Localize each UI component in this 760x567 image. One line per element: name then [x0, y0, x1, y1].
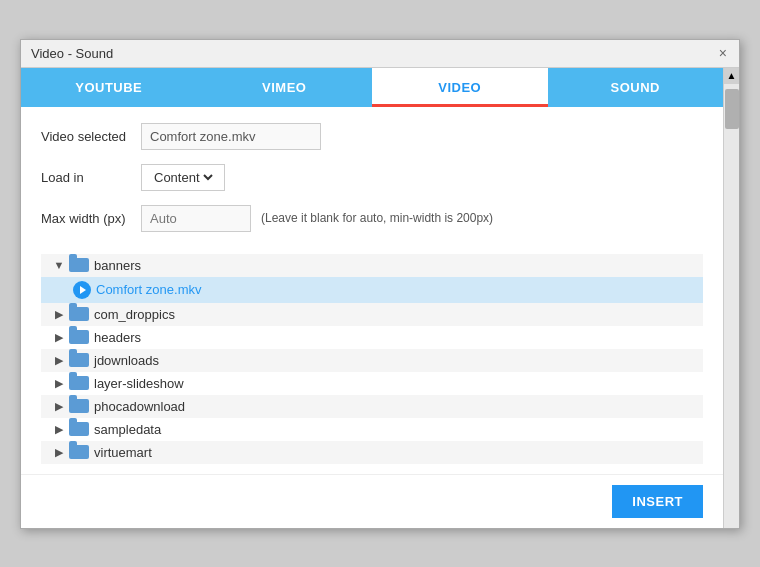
folder-icon-virtuemart	[69, 445, 89, 459]
tree-label-jdownloads: jdownloads	[94, 353, 159, 368]
folder-icon-sampledata	[69, 422, 89, 436]
tree-item-comfort-zone[interactable]: Comfort zone.mkv	[41, 277, 703, 303]
file-tree: ▼ banners Comfort zone.mkv ▶ com	[41, 254, 703, 464]
scrollbar[interactable]: ▲	[723, 68, 739, 528]
max-width-row: Max width (px) (Leave it blank for auto,…	[41, 205, 703, 232]
tree-toggle-headers[interactable]: ▶	[49, 331, 69, 344]
tree-label-com-droppics: com_droppics	[94, 307, 175, 322]
tree-label-banners: banners	[94, 258, 141, 273]
video-selected-input[interactable]	[141, 123, 321, 150]
tab-vimeo[interactable]: VIMEO	[197, 68, 373, 107]
tree-label-headers: headers	[94, 330, 141, 345]
video-selected-row: Video selected	[41, 123, 703, 150]
tree-item-com-droppics[interactable]: ▶ com_droppics	[41, 303, 703, 326]
dialog-title: Video - Sound	[31, 46, 113, 61]
title-bar: Video - Sound ×	[21, 40, 739, 68]
load-in-row: Load in Content Popup Inline	[41, 164, 703, 191]
close-button[interactable]: ×	[717, 46, 729, 60]
folder-icon-layer-slideshow	[69, 376, 89, 390]
tree-toggle-com-droppics[interactable]: ▶	[49, 308, 69, 321]
tree-item-sampledata[interactable]: ▶ sampledata	[41, 418, 703, 441]
form-section: Video selected Load in Content Popup Inl…	[21, 107, 723, 254]
tree-item-jdownloads[interactable]: ▶ jdownloads	[41, 349, 703, 372]
tab-bar: YOUTUBE VIMEO VIDEO SOUND	[21, 68, 723, 107]
folder-icon-jdownloads	[69, 353, 89, 367]
tree-label-phocadownload: phocadownload	[94, 399, 185, 414]
load-in-label: Load in	[41, 170, 141, 185]
tree-item-virtuemart[interactable]: ▶ virtuemart	[41, 441, 703, 464]
content-area: YOUTUBE VIMEO VIDEO SOUND Video selected…	[21, 68, 739, 528]
insert-button[interactable]: INSERT	[612, 485, 703, 518]
tree-item-layer-slideshow[interactable]: ▶ layer-slideshow	[41, 372, 703, 395]
folder-icon-banners	[69, 258, 89, 272]
max-width-hint: (Leave it blank for auto, min-width is 2…	[261, 211, 493, 225]
tree-label-comfort-zone: Comfort zone.mkv	[96, 282, 201, 297]
max-width-label: Max width (px)	[41, 211, 141, 226]
tree-toggle-banners[interactable]: ▼	[49, 259, 69, 271]
tab-video[interactable]: VIDEO	[372, 68, 548, 107]
tab-youtube[interactable]: YOUTUBE	[21, 68, 197, 107]
scroll-up-arrow[interactable]: ▲	[724, 68, 739, 84]
tree-toggle-sampledata[interactable]: ▶	[49, 423, 69, 436]
tree-item-phocadownload[interactable]: ▶ phocadownload	[41, 395, 703, 418]
max-width-input[interactable]	[141, 205, 251, 232]
folder-icon-com-droppics	[69, 307, 89, 321]
tree-label-virtuemart: virtuemart	[94, 445, 152, 460]
tree-label-sampledata: sampledata	[94, 422, 161, 437]
dialog: Video - Sound × YOUTUBE VIMEO VIDEO SOUN…	[20, 39, 740, 529]
video-selected-label: Video selected	[41, 129, 141, 144]
tree-toggle-layer-slideshow[interactable]: ▶	[49, 377, 69, 390]
main-panel: YOUTUBE VIMEO VIDEO SOUND Video selected…	[21, 68, 723, 528]
tree-toggle-virtuemart[interactable]: ▶	[49, 446, 69, 459]
folder-icon-headers	[69, 330, 89, 344]
bottom-bar: INSERT	[21, 474, 723, 528]
scroll-thumb[interactable]	[725, 89, 739, 129]
tree-label-layer-slideshow: layer-slideshow	[94, 376, 184, 391]
load-in-select[interactable]: Content Popup Inline	[141, 164, 225, 191]
file-tree-section: ▼ banners Comfort zone.mkv ▶ com	[21, 254, 723, 474]
tree-item-headers[interactable]: ▶ headers	[41, 326, 703, 349]
tree-item-banners[interactable]: ▼ banners	[41, 254, 703, 277]
play-icon-comfort-zone	[73, 281, 91, 299]
tree-toggle-phocadownload[interactable]: ▶	[49, 400, 69, 413]
load-in-dropdown[interactable]: Content Popup Inline	[150, 169, 216, 186]
folder-icon-phocadownload	[69, 399, 89, 413]
tab-sound[interactable]: SOUND	[548, 68, 724, 107]
tree-toggle-jdownloads[interactable]: ▶	[49, 354, 69, 367]
